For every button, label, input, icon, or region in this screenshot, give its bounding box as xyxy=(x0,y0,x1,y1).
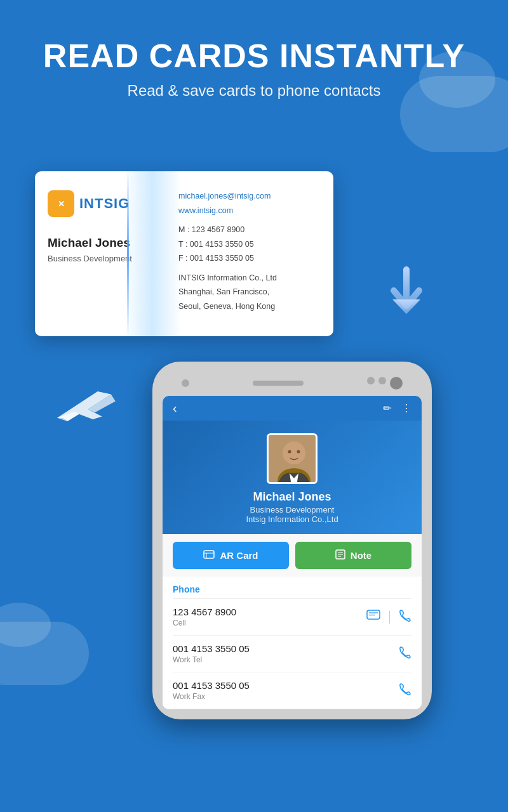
phone-type-2: Work Fax xyxy=(173,692,250,701)
call-icon-0[interactable] xyxy=(399,609,411,625)
phone-number-2: 001 4153 3550 05 xyxy=(173,680,250,691)
card-job-title: Business Development xyxy=(48,254,156,263)
card-mobile: M : 123 4567 8900 xyxy=(178,223,323,237)
card-website: www.intsig.com xyxy=(178,204,323,218)
action-buttons: AR Card Note xyxy=(163,534,422,577)
contact-role: Business Development xyxy=(175,505,409,514)
cloud-top-right xyxy=(400,76,508,152)
edit-icon[interactable]: ✏ xyxy=(383,402,391,414)
card-left: ✕ INTSIG Michael Jones Business Developm… xyxy=(35,171,168,336)
intsig-logo: ✕ INTSIG xyxy=(48,190,156,217)
note-button[interactable]: Note xyxy=(295,542,411,569)
scan-line xyxy=(127,171,129,336)
phone-dot-left xyxy=(182,379,189,387)
svg-rect-8 xyxy=(204,551,214,558)
contact-header: Michael Jones Business Development Intsi… xyxy=(163,421,422,534)
card-right: michael.jones@intsig.com www.intsig.com … xyxy=(168,171,333,336)
card-name: Michael Jones xyxy=(48,236,156,250)
airplane-icon xyxy=(45,374,132,455)
avatar xyxy=(267,433,318,484)
icon-divider-0 xyxy=(389,611,390,624)
card-email: michael.jones@intsig.com xyxy=(178,189,323,204)
phone-camera xyxy=(390,377,403,390)
phone-dot-mid2 xyxy=(378,377,386,384)
more-icon[interactable]: ⋮ xyxy=(401,402,411,414)
phone-entry-icons-2 xyxy=(399,683,411,698)
svg-point-7 xyxy=(297,450,300,454)
call-icon-2[interactable] xyxy=(399,683,411,698)
business-card: ✕ INTSIG Michael Jones Business Developm… xyxy=(35,171,333,336)
business-card-container: ✕ INTSIG Michael Jones Business Developm… xyxy=(35,171,333,336)
phone-speaker xyxy=(253,381,304,386)
phone-details: Phone 123 4567 8900 Cell xyxy=(163,577,422,709)
intsig-name: INTSIG xyxy=(79,195,130,212)
intsig-icon: ✕ xyxy=(48,190,74,217)
phone-screen: ‹ ✏ ⋮ xyxy=(163,396,422,709)
contact-company: Intsig Information Co.,Ltd xyxy=(175,514,409,524)
phone-action-icons: ✏ ⋮ xyxy=(383,402,411,414)
phone-entry-2: 001 4153 3550 05 Work Fax xyxy=(173,672,411,709)
phone-entry-1: 001 4153 3550 05 Work Tel xyxy=(173,636,411,672)
arrow-down-icon xyxy=(381,266,432,317)
phone-number-1: 001 4153 3550 05 xyxy=(173,643,250,654)
phone-entry-0: 123 4567 8900 Cell xyxy=(173,599,411,636)
note-icon xyxy=(335,549,345,561)
phone-container: ‹ ✏ ⋮ xyxy=(152,362,432,719)
contact-name: Michael Jones xyxy=(175,490,409,504)
svg-point-4 xyxy=(283,442,305,464)
section-label-phone: Phone xyxy=(173,577,411,599)
card-tel: T : 001 4153 3550 05 xyxy=(178,237,323,252)
phone-entry-info-0: 123 4567 8900 Cell xyxy=(173,606,236,627)
ar-card-icon xyxy=(203,550,215,561)
arrow-container xyxy=(381,266,432,320)
phone-type-0: Cell xyxy=(173,619,236,627)
phone-top-bar xyxy=(163,372,422,396)
call-icon-1[interactable] xyxy=(399,646,411,662)
svg-point-6 xyxy=(288,450,291,454)
card-fax: F : 001 4153 3550 05 xyxy=(178,251,323,266)
phone-entry-icons-0 xyxy=(366,609,411,625)
back-button[interactable]: ‹ xyxy=(173,396,177,421)
message-icon-0[interactable] xyxy=(366,610,380,624)
phone-nav-bar: ‹ ✏ ⋮ xyxy=(163,396,422,421)
phone-entry-info-2: 001 4153 3550 05 Work Fax xyxy=(173,680,250,701)
ar-card-button[interactable]: AR Card xyxy=(173,542,289,569)
svg-marker-2 xyxy=(392,299,420,314)
cloud-bottom-left xyxy=(0,622,89,685)
phone-number-0: 123 4567 8900 xyxy=(173,606,236,617)
phone-mockup: ‹ ✏ ⋮ xyxy=(152,362,432,719)
phone-entry-info-1: 001 4153 3550 05 Work Tel xyxy=(173,643,250,664)
svg-text:✕: ✕ xyxy=(58,199,65,209)
phone-dot-mid1 xyxy=(367,377,375,384)
phone-type-1: Work Tel xyxy=(173,655,250,664)
card-company: INTSIG Information Co., Ltd Shanghai, Sa… xyxy=(178,271,323,314)
phone-entry-icons-1 xyxy=(399,646,411,662)
